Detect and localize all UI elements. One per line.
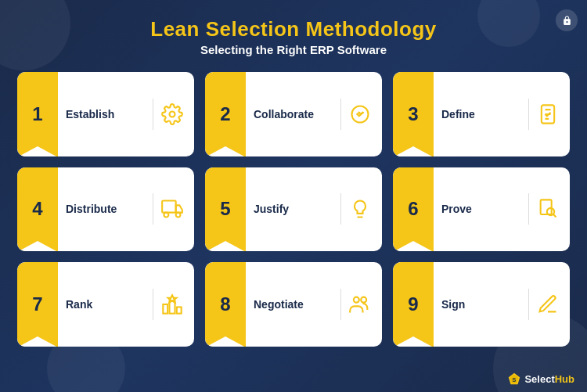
- card-badge-3: 3: [393, 72, 434, 156]
- card-icon-2: [346, 100, 374, 128]
- card-label-4: Distribute: [58, 203, 148, 215]
- card-badge-6: 6: [393, 167, 434, 252]
- card-divider-4: [153, 193, 153, 225]
- card-divider-1: [153, 99, 153, 130]
- svg-point-0: [170, 111, 175, 117]
- svg-rect-5: [541, 200, 552, 215]
- card-icon-8: [346, 290, 374, 318]
- card-label-3: Define: [434, 108, 524, 120]
- card-icon-4: [158, 195, 186, 223]
- card-badge-7: 7: [17, 262, 58, 347]
- card-badge-4: 4: [17, 167, 58, 252]
- background: Lean Selection Methodology Selecting the…: [0, 0, 587, 392]
- card-badge-9: 9: [393, 262, 434, 347]
- card-divider-6: [528, 193, 529, 225]
- card-icon-1: [158, 100, 186, 128]
- cards-grid: 1 Establish 2 Collaborate 3 Define 4 Dis…: [0, 64, 587, 354]
- card-label-7: Rank: [58, 298, 148, 311]
- card-badge-2: 2: [205, 72, 246, 156]
- svg-point-11: [361, 297, 366, 303]
- svg-point-4: [176, 213, 181, 218]
- card-divider-7: [153, 289, 153, 320]
- card-icon-3: [534, 100, 562, 128]
- card-badge-1: 1: [17, 72, 58, 156]
- logo: S SelectHub: [507, 372, 574, 386]
- svg-rect-2: [162, 201, 176, 213]
- card-icon-9: [534, 290, 562, 318]
- logo-icon: S: [507, 372, 521, 386]
- card-badge-5: 5: [205, 167, 246, 252]
- card-rank: 7 Rank: [17, 262, 194, 347]
- card-label-9: Sign: [434, 298, 524, 311]
- svg-rect-7: [163, 304, 167, 314]
- card-icon-7: [158, 290, 186, 318]
- card-divider-3: [528, 99, 529, 130]
- card-icon-6: [534, 195, 562, 223]
- card-distribute: 4 Distribute: [17, 167, 194, 252]
- card-justify: 5 Justify: [205, 167, 382, 252]
- share-button[interactable]: [556, 9, 578, 31]
- card-label-5: Justify: [246, 203, 336, 215]
- card-divider-5: [340, 193, 341, 225]
- card-prove: 6 Prove: [393, 167, 570, 252]
- card-badge-8: 8: [205, 262, 246, 347]
- card-label-8: Negotiate: [246, 298, 336, 311]
- card-establish: 1 Establish: [17, 72, 194, 156]
- svg-point-10: [354, 297, 359, 303]
- card-divider-8: [340, 289, 341, 320]
- svg-text:S: S: [513, 376, 517, 383]
- svg-rect-9: [177, 307, 182, 314]
- card-label-1: Establish: [58, 108, 148, 120]
- logo-text: SelectHub: [524, 373, 574, 385]
- card-negotiate: 8 Negotiate: [205, 262, 382, 347]
- card-label-6: Prove: [434, 203, 524, 215]
- card-divider-2: [340, 99, 341, 130]
- card-sign: 9 Sign: [393, 262, 570, 347]
- card-divider-9: [528, 289, 529, 320]
- svg-point-3: [164, 213, 169, 218]
- card-collaborate: 2 Collaborate: [205, 72, 382, 156]
- card-icon-5: [346, 195, 374, 223]
- card-label-2: Collaborate: [246, 108, 336, 120]
- card-define: 3 Define: [393, 72, 570, 156]
